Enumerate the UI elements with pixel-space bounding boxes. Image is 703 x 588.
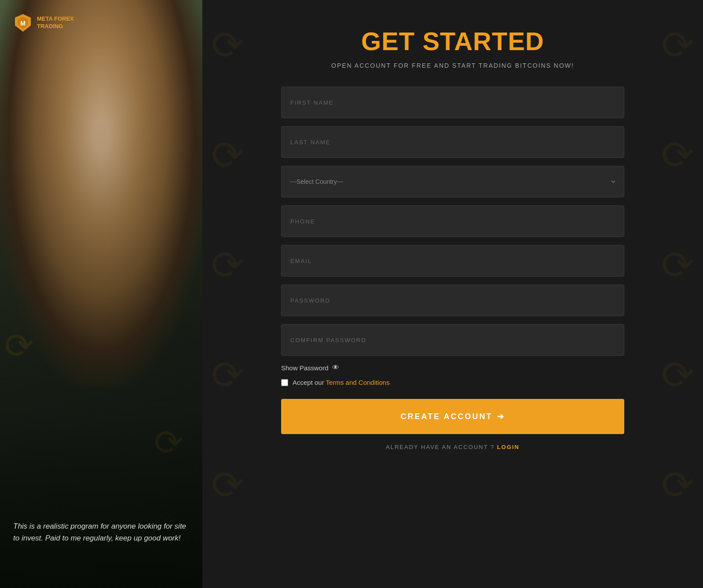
rw-icon-10: ⟳ (661, 462, 694, 508)
svg-text:M: M (20, 20, 26, 27)
rw-icon-2: ⟳ (661, 22, 694, 68)
testimonial-text: This is a realistic program for anyone l… (13, 520, 189, 544)
rw-icon-9: ⟳ (211, 462, 244, 508)
subtitle: OPEN ACCOUNT FOR FREE AND START TRADING … (281, 62, 624, 69)
arrow-icon: ➔ (497, 412, 505, 421)
show-password-row: Show Password 👁 (281, 364, 624, 372)
eye-icon: 👁 (332, 364, 339, 372)
left-panel: ⟳ ⟳ ⟳ ⟳ ⟳ M META FOREX TRADING This is a… (0, 0, 202, 588)
right-panel: ⟳ ⟳ ⟳ ⟳ ⟳ ⟳ ⟳ ⟳ ⟳ ⟳ GET STARTED OPEN ACC… (202, 0, 703, 588)
rw-icon-3: ⟳ (211, 132, 244, 178)
create-account-button[interactable]: CREATE ACCOUNT ➔ (281, 399, 624, 434)
show-password-label[interactable]: Show Password 👁 (281, 364, 339, 372)
terms-checkbox[interactable] (281, 379, 288, 386)
last-name-group (281, 126, 624, 158)
last-name-input[interactable] (281, 126, 624, 158)
page-title: GET STARTED (281, 26, 624, 56)
terms-label[interactable]: Accept our Terms and Conditions (293, 379, 390, 387)
email-group (281, 245, 624, 277)
password-group (281, 285, 624, 316)
login-link[interactable]: LOGIN (497, 444, 520, 450)
rw-icon-4: ⟳ (661, 132, 694, 178)
logo-shield-icon: M (13, 13, 33, 33)
rw-icon-8: ⟳ (661, 352, 694, 398)
rw-icon-6: ⟳ (661, 242, 694, 288)
rw-icon-7: ⟳ (211, 352, 244, 398)
logo-area[interactable]: M META FOREX TRADING (13, 13, 74, 33)
country-select[interactable]: ---Select Country--- United States Unite… (281, 166, 624, 197)
country-group: ---Select Country--- United States Unite… (281, 166, 624, 197)
first-name-input[interactable] (281, 87, 624, 118)
rw-icon-1: ⟳ (211, 22, 244, 68)
form-content: GET STARTED OPEN ACCOUNT FOR FREE AND ST… (281, 26, 624, 450)
phone-input[interactable] (281, 205, 624, 237)
first-name-group (281, 87, 624, 118)
confirm-password-group (281, 324, 624, 356)
photo-overlay (0, 0, 202, 588)
password-input[interactable] (281, 285, 624, 316)
terms-row: Accept our Terms and Conditions (281, 379, 624, 387)
rw-icon-5: ⟳ (211, 242, 244, 288)
email-input[interactable] (281, 245, 624, 277)
terms-link[interactable]: Terms and Conditions (326, 379, 390, 386)
brand-name: META FOREX TRADING (37, 15, 74, 30)
login-row: ALREADY HAVE AN ACCOUNT ? LOGIN (281, 444, 624, 450)
confirm-password-input[interactable] (281, 324, 624, 356)
phone-group (281, 205, 624, 237)
